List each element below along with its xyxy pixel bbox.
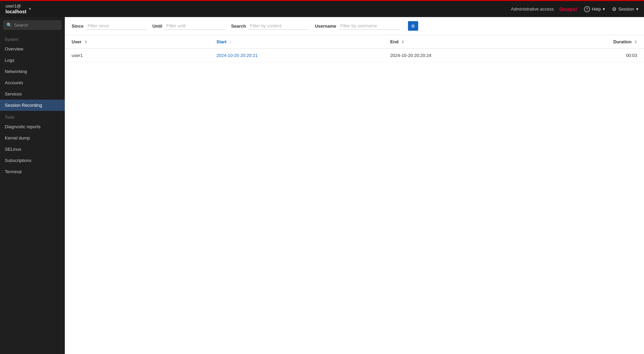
col-header-start[interactable]: Start ↑ — [210, 35, 383, 49]
cell-end: 2024-10-20 20:20:24 — [383, 49, 557, 62]
search-filter-group: Search — [231, 22, 309, 30]
gear-icon: ⚙ — [612, 6, 616, 12]
end-sort-icon: ⇕ — [401, 40, 404, 44]
filter-settings-icon: ⚙ — [411, 24, 415, 29]
help-label: Help — [592, 6, 601, 12]
table-header-row: User ⇕ Start ↑ End ⇕ Duration ⇕ — [65, 35, 644, 49]
start-sort-icon: ↑ — [229, 40, 231, 44]
table-row: user12024-10-20 20:20:212024-10-20 20:20… — [65, 49, 644, 62]
sidebar-item-subscriptions[interactable]: Subscriptions — [0, 155, 65, 166]
brand-caret[interactable]: ▾ — [29, 6, 31, 11]
since-label: Since — [72, 24, 84, 29]
brand: user1@ localhost ▾ — [5, 3, 70, 14]
col-header-end[interactable]: End ⇕ — [383, 35, 557, 49]
sidebar-item-services[interactable]: Services — [0, 88, 65, 100]
session-caret: ▾ — [636, 6, 639, 12]
start-link[interactable]: 2024-10-20 20:20:21 — [217, 53, 258, 58]
layout: 🔍 Search SystemOverviewLogsNetworkingAcc… — [0, 17, 644, 354]
since-input[interactable] — [86, 22, 147, 30]
search-icon: 🔍 — [6, 23, 12, 28]
brand-text: user1@ localhost — [5, 3, 26, 14]
help-icon: ? — [584, 6, 590, 12]
since-filter-group: Since — [72, 22, 147, 30]
until-input[interactable] — [164, 22, 226, 30]
cell-start[interactable]: 2024-10-20 20:20:21 — [210, 49, 383, 62]
search-input[interactable] — [248, 22, 309, 30]
start-label: Start — [217, 39, 227, 44]
topbar: user1@ localhost ▾ Administrative access… — [0, 0, 644, 17]
sidebar-item-logs[interactable]: Logs — [0, 55, 65, 66]
help-caret: ▾ — [603, 6, 605, 12]
col-header-duration[interactable]: Duration ⇕ — [557, 35, 644, 49]
session-menu[interactable]: ⚙ Session ▾ — [612, 6, 639, 12]
topbar-hostname: localhost — [5, 9, 26, 15]
until-filter-group: Until — [152, 22, 226, 30]
sidebar-item-networking[interactable]: Networking — [0, 66, 65, 77]
sessions-table: User ⇕ Start ↑ End ⇕ Duration ⇕ — [65, 35, 644, 62]
col-header-user[interactable]: User ⇕ — [65, 35, 210, 49]
username-label: Username — [315, 24, 336, 29]
filter-settings-button[interactable]: ⚙ — [408, 21, 418, 31]
help-menu[interactable]: ? Help ▾ — [584, 6, 605, 12]
sidebar-item-accounts[interactable]: Accounts — [0, 77, 65, 88]
sidebar-section-tools: Tools — [0, 111, 65, 121]
sidebar: 🔍 Search SystemOverviewLogsNetworkingAcc… — [0, 17, 65, 354]
username-filter-group: Username — [315, 22, 400, 30]
until-label: Until — [152, 24, 162, 29]
sidebar-item-kernel-dump[interactable]: Kernel dump — [0, 132, 65, 144]
filter-bar: Since Until Search Username ⚙ — [65, 17, 644, 35]
sidebar-search-label: Search — [14, 23, 28, 28]
search-label: Search — [231, 24, 246, 29]
duration-sort-icon: ⇕ — [634, 40, 637, 44]
cell-user: user1 — [65, 49, 210, 62]
sidebar-item-selinux[interactable]: SELinux — [0, 144, 65, 155]
cell-duration: 00:03 — [557, 49, 644, 62]
user-sort-icon: ⇕ — [84, 40, 87, 44]
topbar-username: user1@ — [5, 3, 26, 9]
sidebar-section-system: System — [0, 33, 65, 43]
sidebar-item-terminal[interactable]: Terminal — [0, 166, 65, 177]
username-input[interactable] — [338, 22, 400, 30]
admin-label: Administrative access — [511, 6, 554, 12]
sidebar-item-overview[interactable]: Overview — [0, 43, 65, 55]
sidebar-item-diagnostic-reports[interactable]: Diagnostic reports — [0, 121, 65, 132]
session-label: Session — [618, 6, 634, 12]
sidebar-item-session-recording[interactable]: Session Recording — [0, 100, 65, 111]
sidebar-search[interactable]: 🔍 Search — [3, 20, 61, 30]
sessions-table-container: User ⇕ Start ↑ End ⇕ Duration ⇕ — [65, 35, 644, 62]
ooops-button[interactable]: Ooops! — [559, 6, 577, 12]
main-content: Since Until Search Username ⚙ — [65, 17, 644, 354]
